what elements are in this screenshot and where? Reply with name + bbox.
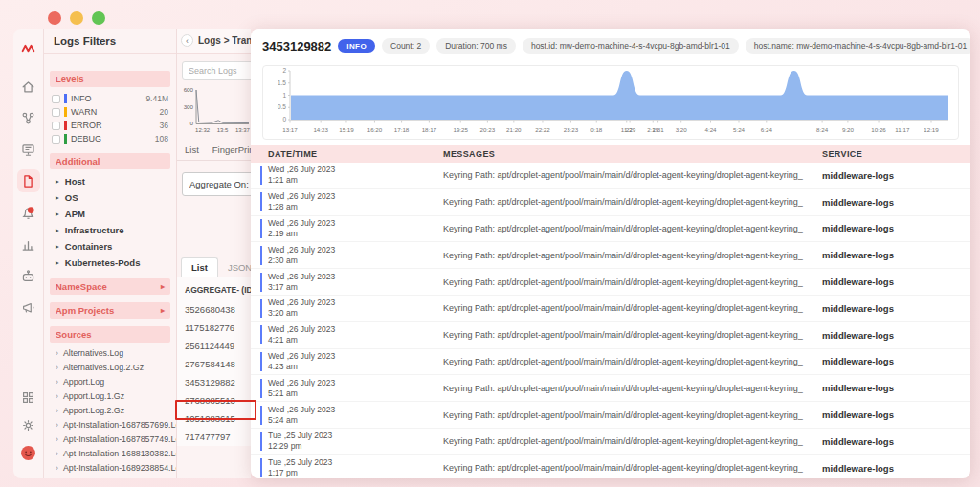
source-item[interactable]: ›Apt-Installation-1687857699.Log	[44, 417, 176, 432]
log-datetime-cell: Wed ,26 July 20231:21 am	[251, 165, 437, 186]
window-controls	[48, 11, 105, 25]
source-item[interactable]: ›Alternatives.Log.2.Gz	[44, 360, 176, 374]
topology-icon[interactable]	[17, 106, 40, 129]
log-table-row[interactable]: Wed ,26 July 20232:19 amKeyring Path: ap…	[251, 216, 970, 243]
additional-filter-containers[interactable]: ▸Containers	[44, 238, 176, 255]
source-item[interactable]: ›Apport.Log.1.Gz	[44, 388, 176, 403]
search-logs-input[interactable]	[182, 61, 251, 80]
log-time: 1:17 pm	[268, 468, 332, 478]
area-chart-svg: 00.511.5213:1714:2315:1916:2017:1818:171…	[263, 66, 958, 137]
aggregate-id-item[interactable]: 2561124449	[177, 337, 251, 355]
attribute-pill: host.id: mw-demo-machine-4-s-4vcpu-8gb-a…	[523, 38, 739, 54]
source-item[interactable]: ›Apt-Installation-1688130382.Log	[44, 446, 176, 460]
dashboards-chart-icon[interactable]	[17, 232, 40, 255]
levels-section-header[interactable]: Levels	[50, 71, 170, 87]
home-icon[interactable]	[17, 75, 40, 98]
level-label: DEBUG	[71, 134, 151, 144]
additional-filter-host[interactable]: ▸Host	[44, 173, 176, 189]
source-label: Apt-Installation-1687857699.Log	[63, 420, 177, 430]
log-detail-overlay: 3453129882 INFO Count: 2Duration: 700 ms…	[251, 29, 970, 478]
additional-filter-kubernetes-pods[interactable]: ▸Kubernetes-Pods	[44, 255, 176, 271]
log-table-row[interactable]: Wed ,26 July 20231:28 amKeyring Path: ap…	[251, 189, 970, 216]
svg-text:13:37: 13:37	[235, 127, 251, 133]
log-table-row[interactable]: Wed ,26 July 20233:17 amKeyring Path: ap…	[251, 269, 970, 296]
level-label: INFO	[71, 94, 142, 103]
result-tab-list[interactable]: List	[181, 257, 218, 277]
log-table-row[interactable]: Wed ,26 July 20234:23 amKeyring Path: ap…	[251, 349, 970, 376]
level-count: 36	[160, 121, 168, 130]
logs-icon[interactable]	[17, 169, 40, 192]
alerts-bell-icon[interactable]	[17, 201, 40, 224]
assistant-bot-icon[interactable]	[17, 264, 40, 287]
level-checkbox[interactable]	[52, 95, 60, 103]
user-avatar[interactable]	[17, 441, 40, 464]
additional-section-header[interactable]: Additional	[50, 153, 170, 169]
log-datetime-text: Wed ,26 July 20235:24 am	[268, 405, 335, 426]
svg-text:20:23: 20:23	[480, 126, 496, 133]
apps-grid-icon[interactable]	[17, 386, 40, 409]
collapse-panel-icon[interactable]: ‹	[181, 34, 193, 47]
source-item[interactable]: ›Alternatives.Log	[44, 345, 176, 360]
additional-filter-apm[interactable]: ▸APM	[44, 206, 176, 222]
breadcrumb-path[interactable]: Logs > Transact	[198, 35, 251, 46]
level-checkbox[interactable]	[52, 108, 60, 117]
aggregate-id-item[interactable]: 3453129882	[177, 373, 251, 391]
log-level-bar	[260, 406, 262, 425]
level-filter-row[interactable]: INFO9.41M	[52, 92, 168, 105]
log-table-row[interactable]: Wed ,26 July 20231:21 amKeyring Path: ap…	[251, 163, 970, 189]
namespace-section-header[interactable]: NameSpace ▸	[50, 278, 170, 295]
breadcrumb: ‹ Logs > Transact	[177, 29, 251, 54]
log-table-row[interactable]: Tue ,25 July 20231:17 pmKeyring Path: ap…	[251, 455, 970, 478]
zoom-window-button[interactable]	[92, 11, 105, 25]
log-table-row[interactable]: Wed ,26 July 20235:21 amKeyring Path: ap…	[251, 375, 970, 402]
log-time: 2:30 am	[268, 255, 335, 266]
tab-fingerprint[interactable]: FingerPrint	[212, 144, 251, 155]
aggregate-id-item[interactable]: 717477797	[177, 428, 251, 446]
log-table-row[interactable]: Wed ,26 July 20233:20 amKeyring Path: ap…	[251, 296, 970, 322]
close-window-button[interactable]	[48, 11, 61, 25]
result-tab-json[interactable]: JSON	[218, 258, 251, 277]
source-label: Apt-Installation-1689238854.Log	[63, 463, 177, 473]
source-item[interactable]: ›Apport.Log	[44, 374, 176, 388]
announcements-icon[interactable]	[17, 296, 40, 319]
svg-text:1.5: 1.5	[278, 79, 286, 86]
aggregate-on-button[interactable]: Aggregate On:	[182, 172, 251, 196]
level-filter-row[interactable]: ERROR36	[52, 119, 168, 132]
source-item[interactable]: ›Apport.Log.2.Gz	[44, 403, 176, 417]
nav-icon-rail	[13, 29, 44, 478]
log-table-row[interactable]: Wed ,26 July 20234:21 amKeyring Path: ap…	[251, 322, 970, 349]
aggregate-id-item[interactable]: 3526680438	[177, 300, 251, 319]
level-filter-row[interactable]: WARN20	[52, 105, 168, 119]
apm-projects-section-header[interactable]: Apm Projects ▸	[50, 302, 170, 319]
source-item[interactable]: ›Auth.Log	[44, 475, 176, 478]
level-checkbox[interactable]	[52, 122, 60, 130]
log-date: Wed ,26 July 2023	[268, 298, 335, 308]
log-table-row[interactable]: Tue ,25 July 202312:29 pmKeyring Path: a…	[251, 429, 970, 455]
level-filter-row[interactable]: DEBUG108	[52, 132, 168, 145]
infrastructure-monitor-icon[interactable]	[17, 138, 40, 161]
chevron-right-icon: ›	[56, 420, 58, 430]
log-datetime-text: Wed ,26 July 20234:23 am	[268, 351, 335, 372]
log-table-row[interactable]: Wed ,26 July 20232:30 amKeyring Path: ap…	[251, 242, 970, 269]
minimize-window-button[interactable]	[70, 11, 83, 25]
log-service: middleware-logs	[822, 436, 970, 447]
chevron-right-icon: ›	[56, 406, 58, 415]
aggregate-id-item[interactable]: 2767584148	[177, 355, 251, 373]
column-datetime: DATE/TIME	[251, 149, 437, 159]
aggregate-id-item[interactable]: 1175182776	[177, 319, 251, 337]
source-item[interactable]: ›Apt-Installation-1689238854.Log	[44, 460, 176, 475]
source-label: Apt-Installation-1688130382.Log	[63, 449, 177, 458]
additional-filter-os[interactable]: ▸OS	[44, 189, 176, 206]
log-message: Keyring Path: apt/droplet-agent/pool/mai…	[437, 384, 822, 393]
expand-right-icon: ▸	[56, 226, 59, 234]
additional-filter-infrastructure[interactable]: ▸Infrastructure	[44, 222, 176, 238]
settings-gear-icon[interactable]	[17, 413, 40, 436]
log-table-row[interactable]: Wed ,26 July 20235:24 amKeyring Path: ap…	[251, 402, 970, 429]
middleware-logo	[17, 36, 40, 59]
tab-list[interactable]: List	[185, 144, 199, 155]
source-item[interactable]: ›Apt-Installation-1687857749.Log	[44, 432, 176, 446]
log-datetime-text: Wed ,26 July 20231:21 am	[268, 165, 335, 186]
level-badge: INFO	[338, 39, 375, 53]
sources-section-header[interactable]: Sources	[50, 326, 170, 343]
level-checkbox[interactable]	[52, 135, 60, 144]
